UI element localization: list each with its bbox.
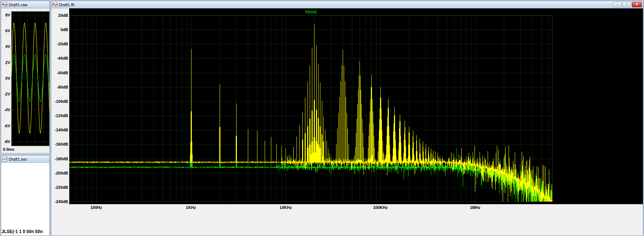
- raw-x-axis-first-label: 0.0ms: [3, 147, 14, 151]
- schematic-window: Draft1.asc JLSE(-1 1 0 50n 50n: [1, 155, 50, 235]
- fft-plot-title[interactable]: V(out): [69, 10, 552, 14]
- raw-y-axis-label: -6V: [1, 124, 10, 128]
- raw-y-axis-label: 8V: [1, 13, 10, 17]
- close-button[interactable]: ✕: [632, 2, 642, 7]
- fft-window-title: Draft1.fft: [59, 3, 74, 7]
- fft-y-axis-label: -40dB: [52, 56, 68, 60]
- fft-x-axis-label: 100KHz: [366, 205, 395, 210]
- fft-y-axis-label: -180dB: [52, 157, 68, 161]
- raw-y-axis-label: -8V: [1, 139, 10, 144]
- fft-window-body: 20dB0dB-20dB-40dB-60dB-80dB-100dB-120dB-…: [51, 8, 643, 235]
- fft-x-axis-label: 10KHz: [271, 205, 300, 210]
- fft-y-axis-label: -100dB: [52, 99, 68, 104]
- raw-window-body: 0.0ms 8V6V4V2V0V-2V-4V-6V-8V: [1, 8, 49, 153]
- fft-x-axis-label: 1MHz: [461, 205, 490, 210]
- fft-x-axis-label: 1KHz: [176, 205, 206, 210]
- minimize-button[interactable]: –: [613, 2, 622, 7]
- raw-y-axis-label: 2V: [1, 60, 10, 65]
- fft-y-axis-label: -160dB: [52, 142, 68, 146]
- fft-y-axis-label: 20dB: [52, 13, 68, 18]
- waveform-document-icon: [52, 2, 57, 7]
- fft-x-axis-label: 100Hz: [82, 205, 111, 210]
- raw-plot-canvas[interactable]: [11, 11, 49, 146]
- fft-y-axis-label: -140dB: [52, 128, 68, 132]
- fft-window-titlebar[interactable]: Draft1.fft – □ ✕: [51, 1, 643, 8]
- asc-window-titlebar[interactable]: Draft1.asc: [1, 156, 49, 163]
- raw-waveform-window: Draft1.raw 0.0ms 8V6V4V2V0V-2V-4V-6V-8V: [1, 1, 50, 153]
- raw-window-titlebar[interactable]: Draft1.raw: [1, 1, 49, 8]
- fft-y-axis-label: -220dB: [52, 185, 68, 190]
- fft-y-axis-label: -60dB: [52, 71, 68, 75]
- fft-y-axis-gutter: 20dB0dB-20dB-40dB-60dB-80dB-100dB-120dB-…: [51, 8, 69, 204]
- raw-y-axis-label: 4V: [1, 44, 10, 49]
- raw-y-axis-label: -4V: [1, 108, 10, 112]
- raw-y-axis-label: 6V: [1, 29, 10, 33]
- maximize-button[interactable]: □: [622, 2, 631, 7]
- waveform-document-icon: [2, 2, 7, 7]
- fft-x-axis-strip: 100Hz1KHz10KHz100KHz1MHz: [51, 204, 643, 235]
- fft-y-axis-label: 0dB: [52, 27, 68, 32]
- raw-y-axis-label: 0V: [1, 76, 10, 80]
- fft-plot-window: Draft1.fft – □ ✕ 20dB0dB-20dB-40dB-60dB-…: [51, 1, 643, 235]
- fft-y-axis-label: -200dB: [52, 171, 68, 175]
- raw-window-title: Draft1.raw: [9, 3, 27, 7]
- fft-y-axis-label: -240dB: [52, 199, 68, 204]
- schematic-spice-directive[interactable]: JLSE(-1 1 0 50n 50n: [1, 229, 43, 234]
- asc-window-title: Draft1.asc: [9, 157, 27, 161]
- schematic-document-icon: [2, 157, 7, 161]
- fft-y-axis-label: -20dB: [52, 42, 68, 46]
- desktop: { "desktop": {"background": "#b9c8d8"}, …: [0, 0, 644, 236]
- fft-plot-canvas[interactable]: [69, 15, 552, 202]
- asc-window-body[interactable]: JLSE(-1 1 0 50n 50n: [1, 163, 49, 235]
- raw-y-axis-label: -2V: [1, 92, 10, 96]
- fft-y-axis-label: -80dB: [52, 85, 68, 89]
- fft-y-axis-label: -120dB: [52, 113, 68, 118]
